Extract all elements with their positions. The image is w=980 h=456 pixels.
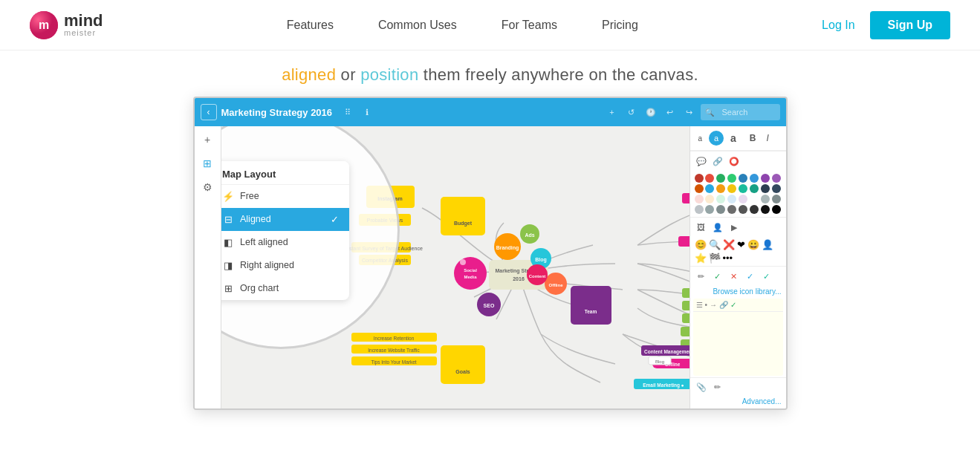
emoji-more[interactable]: ••• xyxy=(723,253,733,264)
toolbar-back-button[interactable]: ‹ xyxy=(201,104,217,120)
format-large-a[interactable]: a xyxy=(727,131,740,146)
format-small-a[interactable]: a xyxy=(695,133,707,144)
logo-icon: m xyxy=(30,11,58,39)
browse-icon-library-link[interactable]: Browse icon library... xyxy=(690,286,786,297)
popup-item-right-aligned[interactable]: ◨ Right aligned xyxy=(221,254,350,277)
emoji-person[interactable]: 👤 xyxy=(762,239,773,250)
popup-item-left-aligned[interactable]: ◧ Left aligned xyxy=(221,231,350,254)
sidebar-grid-icon[interactable]: ⊞ xyxy=(198,154,216,172)
popup-item-org-chart[interactable]: ⊞ Org chart xyxy=(221,277,350,300)
text-style-icon-2[interactable]: 🔗 xyxy=(711,154,724,168)
toolbar-redo-icon[interactable]: ↪ xyxy=(681,104,698,120)
color-swatch[interactable] xyxy=(716,174,725,183)
note-bullet-icon[interactable]: • xyxy=(705,301,708,309)
toolbar-info-icon[interactable]: ℹ xyxy=(359,104,375,120)
format-italic[interactable]: I xyxy=(763,131,773,145)
color-swatch[interactable] xyxy=(739,174,747,183)
note-area[interactable]: ☰ • → 🔗 ✓ xyxy=(693,299,783,376)
color-swatch[interactable] xyxy=(761,195,770,203)
note-list-icon[interactable]: ☰ xyxy=(696,301,703,309)
search-input[interactable] xyxy=(716,105,776,119)
emoji-flag[interactable]: 🏁 xyxy=(709,253,721,264)
play-icon[interactable]: ▶ xyxy=(727,221,741,234)
color-swatch[interactable] xyxy=(750,174,759,183)
emoji-smile[interactable]: 😀 xyxy=(747,239,759,250)
emoji-heart[interactable]: ❤ xyxy=(737,239,745,250)
text-style-icon-1[interactable]: 💬 xyxy=(695,154,708,168)
toolbar-drag-icon[interactable]: ⠿ xyxy=(340,104,356,120)
attachment-icon[interactable]: 📎 xyxy=(695,380,708,394)
color-swatch[interactable] xyxy=(739,184,747,193)
advanced-link[interactable]: Advanced... xyxy=(690,396,786,408)
svg-text:Tips Into Your Market: Tips Into Your Market xyxy=(371,359,416,365)
color-swatch[interactable] xyxy=(772,174,781,183)
toolbar-refresh-icon[interactable]: ↺ xyxy=(623,104,640,120)
toolbar-undo-icon[interactable]: ↩ xyxy=(662,104,678,120)
nav-common-uses[interactable]: Common Uses xyxy=(378,19,457,32)
toolbar-add-icon[interactable]: + xyxy=(604,104,620,120)
note-check-icon[interactable]: ✓ xyxy=(730,301,736,309)
format-medium-a[interactable]: a xyxy=(709,131,724,146)
toolbar-clock-icon[interactable]: 🕐 xyxy=(643,104,659,120)
color-swatch[interactable] xyxy=(761,184,770,193)
emoji-star[interactable]: ⭐ xyxy=(695,253,707,264)
color-swatch[interactable] xyxy=(727,174,736,183)
color-swatch[interactable] xyxy=(772,195,781,203)
color-swatch[interactable] xyxy=(750,195,759,203)
nav-pricing[interactable]: Pricing xyxy=(602,19,638,32)
color-swatch[interactable] xyxy=(750,184,759,193)
emoji-face[interactable]: 😊 xyxy=(695,239,707,250)
signup-button[interactable]: Sign Up xyxy=(870,11,950,39)
image-icon[interactable]: 🖼 xyxy=(695,221,708,234)
color-swatch[interactable] xyxy=(705,205,714,214)
color-swatch[interactable] xyxy=(727,184,736,193)
color-swatch[interactable] xyxy=(739,195,747,203)
emoji-search[interactable]: 🔍 xyxy=(709,239,721,250)
color-swatch[interactable] xyxy=(727,195,736,203)
color-swatch[interactable] xyxy=(750,205,759,214)
note-link-icon[interactable]: 🔗 xyxy=(719,301,728,309)
canvas-area[interactable]: Map Layout ⚡ Free ⊟ Aligned ✓ xyxy=(221,126,689,408)
text-style-icon-3[interactable]: ⭕ xyxy=(727,154,741,168)
free-icon: ⚡ xyxy=(222,191,234,202)
nav-features[interactable]: Features xyxy=(287,19,334,32)
color-swatch[interactable] xyxy=(716,184,725,193)
color-swatch[interactable] xyxy=(695,195,704,203)
cross-red-icon[interactable]: ✕ xyxy=(727,270,741,283)
hero-rest: them freely anywhere on the canvas. xyxy=(418,65,698,84)
color-swatch[interactable] xyxy=(695,205,704,214)
color-swatch[interactable] xyxy=(695,174,704,183)
color-swatch[interactable] xyxy=(705,184,714,193)
color-swatch[interactable] xyxy=(705,195,714,203)
color-swatch[interactable] xyxy=(739,205,747,214)
color-swatch[interactable] xyxy=(772,184,781,193)
header: m mind meister Features Common Uses For … xyxy=(0,0,980,51)
color-swatch[interactable] xyxy=(761,174,770,183)
main-nav: Features Common Uses For Teams Pricing xyxy=(287,19,638,32)
sidebar-settings-icon[interactable]: ⚙ xyxy=(198,178,216,196)
nav-for-teams[interactable]: For Teams xyxy=(502,19,557,32)
format-bold[interactable]: B xyxy=(746,131,760,145)
color-swatch[interactable] xyxy=(772,205,781,214)
logo[interactable]: m mind meister xyxy=(30,11,103,39)
sidebar-plus-icon[interactable]: + xyxy=(198,131,216,149)
emoji-x[interactable]: ❌ xyxy=(723,239,735,250)
check-green-icon[interactable]: ✓ xyxy=(711,270,724,283)
person-icon[interactable]: 👤 xyxy=(711,221,724,234)
login-button[interactable]: Log In xyxy=(822,19,854,32)
color-swatch[interactable] xyxy=(705,174,714,183)
note-right-icon[interactable]: → xyxy=(710,301,717,309)
pencil-icon[interactable]: ✏ xyxy=(695,270,708,283)
check-teal-icon[interactable]: ✓ xyxy=(760,270,773,283)
color-swatch[interactable] xyxy=(727,205,736,214)
color-swatch[interactable] xyxy=(716,205,725,214)
right-panel: a a a B I 💬 🔗 ⭕ xyxy=(689,126,786,408)
search-bar[interactable]: 🔍 xyxy=(701,104,780,120)
popup-item-aligned[interactable]: ⊟ Aligned ✓ xyxy=(221,208,350,231)
check-blue-icon[interactable]: ✓ xyxy=(744,270,757,283)
color-swatch[interactable] xyxy=(695,184,704,193)
edit-icon[interactable]: ✏ xyxy=(711,380,724,394)
color-swatch[interactable] xyxy=(761,205,770,214)
color-swatch[interactable] xyxy=(716,195,725,203)
popup-item-free[interactable]: ⚡ Free xyxy=(221,185,350,208)
